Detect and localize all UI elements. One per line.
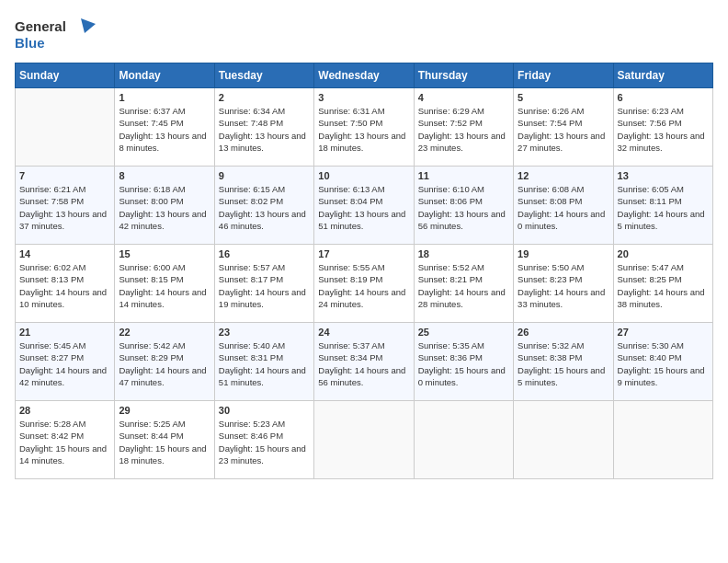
logo: General Blue xyxy=(15,15,97,55)
day-cell: 22 Sunrise: 5:42 AMSunset: 8:29 PMDaylig… xyxy=(115,323,214,401)
day-info: Sunrise: 6:13 AMSunset: 8:04 PMDaylight:… xyxy=(318,183,409,232)
column-header-monday: Monday xyxy=(115,63,214,88)
day-number: 13 xyxy=(618,170,709,181)
day-cell: 13 Sunrise: 6:05 AMSunset: 8:11 PMDaylig… xyxy=(613,167,712,245)
logo-svg: General Blue xyxy=(15,15,97,55)
day-number: 10 xyxy=(318,170,409,181)
day-info: Sunrise: 6:21 AMSunset: 7:58 PMDaylight:… xyxy=(19,183,110,232)
day-cell: 29 Sunrise: 5:25 AMSunset: 8:44 PMDaylig… xyxy=(115,401,214,479)
day-number: 15 xyxy=(119,248,210,259)
column-header-thursday: Thursday xyxy=(414,63,513,88)
day-cell: 7 Sunrise: 6:21 AMSunset: 7:58 PMDayligh… xyxy=(16,167,115,245)
day-number: 14 xyxy=(19,248,110,259)
day-info: Sunrise: 5:52 AMSunset: 8:21 PMDaylight:… xyxy=(418,261,509,310)
day-number: 9 xyxy=(219,170,310,181)
day-number: 6 xyxy=(618,92,709,103)
day-info: Sunrise: 6:29 AMSunset: 7:52 PMDaylight:… xyxy=(418,105,509,154)
day-number: 11 xyxy=(418,170,509,181)
day-cell: 10 Sunrise: 6:13 AMSunset: 8:04 PMDaylig… xyxy=(314,167,414,245)
day-info: Sunrise: 5:42 AMSunset: 8:29 PMDaylight:… xyxy=(119,339,210,388)
day-info: Sunrise: 6:02 AMSunset: 8:13 PMDaylight:… xyxy=(19,261,110,310)
day-number: 4 xyxy=(418,92,509,103)
day-number: 16 xyxy=(219,248,310,259)
day-info: Sunrise: 6:15 AMSunset: 8:02 PMDaylight:… xyxy=(219,183,310,232)
day-number: 12 xyxy=(518,170,609,181)
column-header-saturday: Saturday xyxy=(613,63,712,88)
day-info: Sunrise: 5:32 AMSunset: 8:38 PMDaylight:… xyxy=(518,339,609,388)
calendar-header-row: SundayMondayTuesdayWednesdayThursdayFrid… xyxy=(16,63,713,88)
day-info: Sunrise: 6:31 AMSunset: 7:50 PMDaylight:… xyxy=(318,105,409,154)
day-cell: 11 Sunrise: 6:10 AMSunset: 8:06 PMDaylig… xyxy=(414,167,513,245)
column-header-sunday: Sunday xyxy=(16,63,115,88)
day-cell: 23 Sunrise: 5:40 AMSunset: 8:31 PMDaylig… xyxy=(214,323,313,401)
day-cell: 8 Sunrise: 6:18 AMSunset: 8:00 PMDayligh… xyxy=(115,167,214,245)
day-info: Sunrise: 6:23 AMSunset: 7:56 PMDaylight:… xyxy=(618,105,709,154)
day-info: Sunrise: 5:35 AMSunset: 8:36 PMDaylight:… xyxy=(418,339,509,388)
day-cell: 21 Sunrise: 5:45 AMSunset: 8:27 PMDaylig… xyxy=(16,323,115,401)
day-cell: 17 Sunrise: 5:55 AMSunset: 8:19 PMDaylig… xyxy=(314,245,414,323)
calendar-table: SundayMondayTuesdayWednesdayThursdayFrid… xyxy=(15,63,713,479)
day-info: Sunrise: 6:34 AMSunset: 7:48 PMDaylight:… xyxy=(219,105,310,154)
day-info: Sunrise: 5:45 AMSunset: 8:27 PMDaylight:… xyxy=(19,339,110,388)
day-number: 25 xyxy=(418,327,509,338)
day-number: 8 xyxy=(119,170,210,181)
day-info: Sunrise: 5:40 AMSunset: 8:31 PMDaylight:… xyxy=(219,339,310,388)
week-row-4: 21 Sunrise: 5:45 AMSunset: 8:27 PMDaylig… xyxy=(16,323,713,401)
day-number: 2 xyxy=(219,92,310,103)
day-info: Sunrise: 5:55 AMSunset: 8:19 PMDaylight:… xyxy=(318,261,409,310)
day-cell xyxy=(514,401,613,479)
column-header-wednesday: Wednesday xyxy=(314,63,414,88)
day-info: Sunrise: 6:00 AMSunset: 8:15 PMDaylight:… xyxy=(119,261,210,310)
day-number: 22 xyxy=(119,327,210,338)
day-cell: 16 Sunrise: 5:57 AMSunset: 8:17 PMDaylig… xyxy=(214,245,313,323)
day-number: 1 xyxy=(119,92,210,103)
day-cell: 14 Sunrise: 6:02 AMSunset: 8:13 PMDaylig… xyxy=(16,245,115,323)
day-number: 29 xyxy=(119,405,210,416)
day-number: 28 xyxy=(19,405,110,416)
day-cell: 1 Sunrise: 6:37 AMSunset: 7:45 PMDayligh… xyxy=(115,88,214,167)
day-info: Sunrise: 6:37 AMSunset: 7:45 PMDaylight:… xyxy=(119,105,210,154)
day-cell: 5 Sunrise: 6:26 AMSunset: 7:54 PMDayligh… xyxy=(514,88,613,167)
day-cell: 27 Sunrise: 5:30 AMSunset: 8:40 PMDaylig… xyxy=(613,323,712,401)
day-number: 21 xyxy=(19,327,110,338)
column-header-tuesday: Tuesday xyxy=(214,63,313,88)
day-info: Sunrise: 5:25 AMSunset: 8:44 PMDaylight:… xyxy=(119,418,210,466)
week-row-1: 1 Sunrise: 6:37 AMSunset: 7:45 PMDayligh… xyxy=(16,88,713,167)
day-cell: 28 Sunrise: 5:28 AMSunset: 8:42 PMDaylig… xyxy=(16,401,115,479)
day-info: Sunrise: 5:30 AMSunset: 8:40 PMDaylight:… xyxy=(618,339,709,388)
page-header: General Blue xyxy=(15,15,713,55)
day-cell: 24 Sunrise: 5:37 AMSunset: 8:34 PMDaylig… xyxy=(314,323,414,401)
day-cell xyxy=(613,401,712,479)
day-info: Sunrise: 6:10 AMSunset: 8:06 PMDaylight:… xyxy=(418,183,509,232)
svg-marker-1 xyxy=(81,18,96,33)
day-info: Sunrise: 5:50 AMSunset: 8:23 PMDaylight:… xyxy=(518,261,609,310)
day-info: Sunrise: 6:26 AMSunset: 7:54 PMDaylight:… xyxy=(518,105,609,154)
day-cell: 9 Sunrise: 6:15 AMSunset: 8:02 PMDayligh… xyxy=(214,167,313,245)
svg-text:Blue: Blue xyxy=(15,35,45,51)
day-number: 3 xyxy=(318,92,409,103)
week-row-3: 14 Sunrise: 6:02 AMSunset: 8:13 PMDaylig… xyxy=(16,245,713,323)
day-cell: 26 Sunrise: 5:32 AMSunset: 8:38 PMDaylig… xyxy=(514,323,613,401)
day-number: 17 xyxy=(318,248,409,259)
day-cell xyxy=(414,401,513,479)
day-info: Sunrise: 6:18 AMSunset: 8:00 PMDaylight:… xyxy=(119,183,210,232)
day-number: 7 xyxy=(19,170,110,181)
day-cell: 12 Sunrise: 6:08 AMSunset: 8:08 PMDaylig… xyxy=(514,167,613,245)
svg-text:General: General xyxy=(15,18,66,34)
day-cell: 3 Sunrise: 6:31 AMSunset: 7:50 PMDayligh… xyxy=(314,88,414,167)
column-header-friday: Friday xyxy=(514,63,613,88)
day-cell: 4 Sunrise: 6:29 AMSunset: 7:52 PMDayligh… xyxy=(414,88,513,167)
day-number: 20 xyxy=(618,248,709,259)
day-cell: 18 Sunrise: 5:52 AMSunset: 8:21 PMDaylig… xyxy=(414,245,513,323)
day-number: 27 xyxy=(618,327,709,338)
day-cell: 6 Sunrise: 6:23 AMSunset: 7:56 PMDayligh… xyxy=(613,88,712,167)
day-number: 19 xyxy=(518,248,609,259)
day-info: Sunrise: 6:05 AMSunset: 8:11 PMDaylight:… xyxy=(618,183,709,232)
day-info: Sunrise: 5:28 AMSunset: 8:42 PMDaylight:… xyxy=(19,418,110,466)
week-row-2: 7 Sunrise: 6:21 AMSunset: 7:58 PMDayligh… xyxy=(16,167,713,245)
day-cell xyxy=(16,88,115,167)
day-cell: 2 Sunrise: 6:34 AMSunset: 7:48 PMDayligh… xyxy=(214,88,313,167)
day-cell: 25 Sunrise: 5:35 AMSunset: 8:36 PMDaylig… xyxy=(414,323,513,401)
day-number: 26 xyxy=(518,327,609,338)
day-cell: 19 Sunrise: 5:50 AMSunset: 8:23 PMDaylig… xyxy=(514,245,613,323)
